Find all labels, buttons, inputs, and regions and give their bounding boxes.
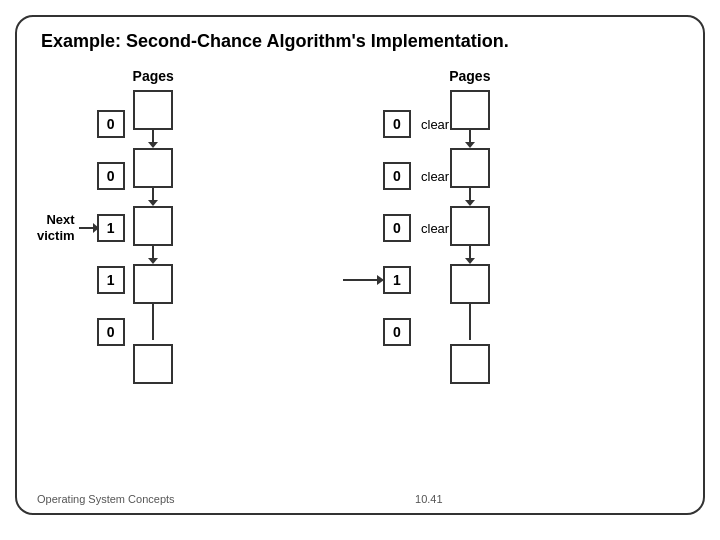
left-arrow-2 xyxy=(152,246,154,258)
right-ref-1: 0 clear xyxy=(383,150,449,202)
left-ref-2: 1 xyxy=(97,202,125,254)
footer-center: 10.41 xyxy=(415,493,443,505)
right-dashed-1 xyxy=(469,316,471,328)
mid-arrow-row xyxy=(343,254,377,306)
next-victim-label: Nextvictim xyxy=(37,212,75,243)
left-pages-col: Pages xyxy=(133,68,174,384)
nv-row-1 xyxy=(37,150,93,202)
left-dashed-1 xyxy=(152,316,154,328)
right-ref-box-4: 0 xyxy=(383,318,411,346)
right-side: 0 clear 0 clear 0 clear 1 0 xyxy=(383,68,683,384)
left-page-box-4 xyxy=(133,344,173,384)
left-ref-box-4: 0 xyxy=(97,318,125,346)
left-ref-box-3: 1 xyxy=(97,266,125,294)
content-area: Nextvictim 0 0 xyxy=(37,68,683,384)
right-ref-2: 0 clear xyxy=(383,202,449,254)
nv-row-3 xyxy=(37,254,93,306)
left-ref-box-1: 0 xyxy=(97,162,125,190)
left-ref-box-0: 0 xyxy=(97,110,125,138)
left-ref-1: 0 xyxy=(97,150,125,202)
right-pages-label: Pages xyxy=(449,68,490,84)
right-ref-box-2: 0 xyxy=(383,214,411,242)
right-arrow-2 xyxy=(469,246,471,258)
left-arrow-1 xyxy=(152,188,154,200)
middle-area xyxy=(337,98,383,384)
left-page-box-0 xyxy=(133,90,173,130)
slide-title: Example: Second-Chance Algorithm's Imple… xyxy=(37,31,683,52)
next-victim-area: Nextvictim xyxy=(37,98,93,358)
right-page-box-1 xyxy=(450,148,490,188)
left-arrow-0 xyxy=(152,130,154,142)
right-dashed-0 xyxy=(469,304,471,316)
right-clear-0: clear xyxy=(421,117,449,132)
left-page-box-2 xyxy=(133,206,173,246)
right-page-box-0 xyxy=(450,90,490,130)
right-page-chain xyxy=(450,90,490,384)
right-page-box-3 xyxy=(450,264,490,304)
slide-container: Example: Second-Chance Algorithm's Imple… xyxy=(15,15,705,515)
right-arrow-0 xyxy=(469,130,471,142)
left-side: Nextvictim 0 0 xyxy=(37,68,337,384)
left-dashed-2 xyxy=(152,328,154,340)
right-ref-box-1: 0 xyxy=(383,162,411,190)
right-ref-box-0: 0 xyxy=(383,110,411,138)
left-ref-4: 0 xyxy=(97,306,125,358)
footer: Operating System Concepts 10.41 xyxy=(37,493,683,505)
left-ref-col: 0 0 1 1 0 xyxy=(97,98,133,358)
right-clear-2: clear xyxy=(421,221,449,236)
right-arrow-1 xyxy=(469,188,471,200)
left-pages-label: Pages xyxy=(133,68,174,84)
left-dashed-0 xyxy=(152,304,154,316)
left-page-box-1 xyxy=(133,148,173,188)
right-ref-4: 0 xyxy=(383,306,449,358)
right-clear-1: clear xyxy=(421,169,449,184)
left-ref-3: 1 xyxy=(97,254,125,306)
left-page-box-3 xyxy=(133,264,173,304)
right-ref-col: 0 clear 0 clear 0 clear 1 0 xyxy=(383,98,449,358)
right-page-box-4 xyxy=(450,344,490,384)
right-pages-col: Pages xyxy=(449,68,490,384)
left-ref-0: 0 xyxy=(97,98,125,150)
right-ref-0: 0 clear xyxy=(383,98,449,150)
horizontal-arrow xyxy=(343,279,377,281)
nv-row-0 xyxy=(37,98,93,150)
nv-row-4 xyxy=(37,306,93,358)
nv-row-2: Nextvictim xyxy=(37,202,93,254)
right-dashed-2 xyxy=(469,328,471,340)
footer-left: Operating System Concepts xyxy=(37,493,175,505)
right-ref-box-3: 1 xyxy=(383,266,411,294)
right-ref-3: 1 xyxy=(383,254,449,306)
right-page-box-2 xyxy=(450,206,490,246)
left-page-chain xyxy=(133,90,173,384)
left-ref-box-2: 1 xyxy=(97,214,125,242)
